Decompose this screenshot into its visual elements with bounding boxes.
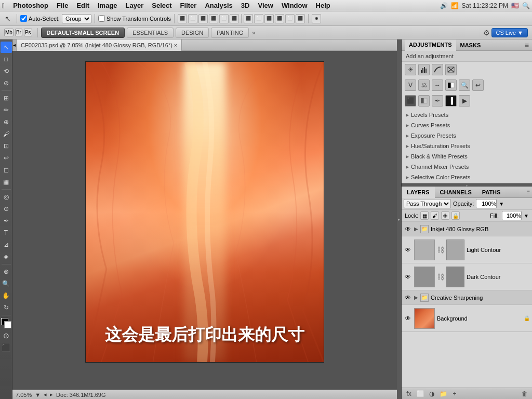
adjustments-close-btn[interactable]: ≡ xyxy=(525,41,529,49)
layer-group-collapse-sharpening[interactable]: ▶ xyxy=(414,295,418,300)
posterize-icon[interactable]: ✒ xyxy=(432,95,443,107)
blur-btn[interactable]: ◎ xyxy=(1,191,12,203)
screen-mode-btn[interactable]: ⬛ xyxy=(1,342,12,353)
distribute-bottom-btn[interactable]: ⬛ xyxy=(296,14,305,23)
fill-dropdown-icon[interactable]: ▼ xyxy=(524,213,529,219)
layers-tab-btn[interactable]: LAYERS xyxy=(402,187,435,198)
distribute-left-btn[interactable]: ⬛ xyxy=(244,14,253,23)
brightness-contrast-icon[interactable]: ☀ xyxy=(405,64,416,75)
document-tab[interactable]: CF002035.psd @ 7.05% (Inkjet 480 Glossy … xyxy=(17,39,182,51)
exposure-presets-item[interactable]: ▶ Exposure Presets xyxy=(402,130,532,141)
lock-transparent-btn[interactable]: ▦ xyxy=(420,211,429,220)
selectivecolor-presets-item[interactable]: ▶ Selective Color Presets xyxy=(402,172,532,182)
mini-icon-app[interactable]: Ps xyxy=(24,29,32,36)
preset-essentials-btn[interactable]: ESSENTIALS xyxy=(127,28,174,38)
layer-item-light-contour[interactable]: 👁 ⛓ Light Contour xyxy=(402,236,532,263)
foreground-color-swatch[interactable] xyxy=(1,318,11,328)
layers-panel-menu-btn[interactable]: ≡ xyxy=(525,187,532,197)
layer-item-dark-contour[interactable]: 👁 ⛓ Dark Contour xyxy=(402,263,532,290)
exposure-icon[interactable] xyxy=(445,64,457,75)
bw-presets-item[interactable]: ▶ Black & White Presets xyxy=(402,151,532,162)
apple-logo-icon[interactable]:  xyxy=(2,2,5,10)
layer-delete-btn[interactable]: 🗑 xyxy=(520,389,530,398)
clone-btn[interactable]: ⊡ xyxy=(1,140,12,152)
menu-photoshop[interactable]: Photoshop xyxy=(9,0,52,11)
menu-select[interactable]: Select xyxy=(148,0,176,11)
color-balance-icon[interactable]: ↔ xyxy=(432,79,443,91)
channelmixer-presets-item[interactable]: ▶ Channel Mixer Presets xyxy=(402,162,532,172)
menu-filter[interactable]: Filter xyxy=(176,0,201,11)
align-bottom-btn[interactable]: ⬛ xyxy=(230,14,239,23)
preset-more-btn[interactable]: » xyxy=(251,29,256,37)
preset-default-btn[interactable]: DEFAULT-SMALL SCREEN xyxy=(41,28,125,38)
align-center-v-btn[interactable]: ⬜ xyxy=(219,14,229,23)
layer-new-btn[interactable]: + xyxy=(449,389,460,398)
curves-icon[interactable] xyxy=(432,64,443,75)
menu-help[interactable]: Help xyxy=(312,0,335,11)
menu-edit[interactable]: Edit xyxy=(72,0,94,11)
quick-mask-btn[interactable]: ⊙ xyxy=(1,330,12,341)
hue-sat-icon[interactable]: ⚖ xyxy=(418,79,430,91)
layer-eye-inkjet[interactable]: 👁 xyxy=(404,225,412,233)
opacity-dropdown-icon[interactable]: ▼ xyxy=(499,201,504,207)
distribute-ch-btn[interactable]: ⬜ xyxy=(254,14,263,23)
photo-filter-icon[interactable]: 🔍 xyxy=(459,79,470,91)
layer-group-inkjet[interactable]: 👁 ▶ 📁 Inkjet 480 Glossy RGB xyxy=(402,222,532,236)
menu-layer[interactable]: Layer xyxy=(122,0,148,11)
eraser-btn[interactable]: ◻ xyxy=(1,164,12,176)
bw-icon[interactable] xyxy=(445,79,457,91)
threshold-icon[interactable]: ▐ xyxy=(445,95,457,107)
layer-eye-sharpening[interactable]: 👁 xyxy=(404,294,412,302)
paths-tab-btn[interactable]: PATHS xyxy=(477,187,506,198)
huesat-presets-item[interactable]: ▶ Hue/Saturation Presets xyxy=(402,141,532,151)
curves-presets-item[interactable]: ▶ Curves Presets xyxy=(402,120,532,130)
tab-scroll-left[interactable]: ◂ xyxy=(12,39,17,51)
brush-btn[interactable]: 🖌 xyxy=(1,128,12,140)
hand-btn[interactable]: ✋ xyxy=(1,290,12,301)
layer-eye-dark-contour[interactable]: 👁 xyxy=(404,273,412,281)
quick-select-btn[interactable]: ⊘ xyxy=(1,77,12,89)
dodge-btn[interactable]: ⊙ xyxy=(1,203,12,215)
preset-design-btn[interactable]: DESIGN xyxy=(176,28,209,38)
zoom-btn[interactable]: 🔍 xyxy=(1,278,12,289)
right-panel-collapse[interactable]: ▸ xyxy=(397,39,401,399)
show-transform-checkbox[interactable] xyxy=(98,15,105,22)
pen-btn[interactable]: ✒ xyxy=(1,215,12,227)
channel-mixer-icon[interactable]: ↩ xyxy=(472,79,484,91)
mini-icon-mb[interactable]: Mb xyxy=(4,29,14,36)
lock-position-btn[interactable]: ✙ xyxy=(441,211,449,220)
layer-group-collapse-inkjet[interactable]: ▶ xyxy=(414,226,418,232)
align-center-h-btn[interactable]: ⬜ xyxy=(188,14,197,23)
marquee-tool-btn[interactable]: □ xyxy=(1,54,12,65)
distribute-cv-btn[interactable]: ⬜ xyxy=(285,14,295,23)
masks-tab[interactable]: MASKS xyxy=(456,39,485,51)
healing-btn[interactable]: ⊕ xyxy=(1,116,12,128)
layer-fx-btn[interactable]: fx xyxy=(404,389,414,398)
lasso-tool-btn[interactable]: ⟲ xyxy=(1,65,12,77)
auto-select-checkbox[interactable] xyxy=(20,15,27,22)
menu-file[interactable]: File xyxy=(52,0,72,11)
menu-3d[interactable]: 3D xyxy=(237,0,254,11)
move-tool-btn[interactable]: ↖ xyxy=(1,42,12,53)
gradient-btn[interactable]: ▦ xyxy=(1,176,12,188)
path-select-btn[interactable]: ⊿ xyxy=(1,239,12,250)
layer-group-btn[interactable]: 📁 xyxy=(438,389,448,398)
gradient-map-icon[interactable]: ▶ xyxy=(459,95,470,107)
zoom-dropdown-btn[interactable]: ▼ xyxy=(35,392,41,398)
fill-input[interactable] xyxy=(502,211,522,220)
levels-presets-item[interactable]: ▶ Levels Presets xyxy=(402,110,532,120)
nav-prev-btn[interactable]: ◂ xyxy=(44,391,47,398)
align-top-btn[interactable]: ⬛ xyxy=(209,14,218,23)
menu-image[interactable]: Image xyxy=(94,0,122,11)
nav-next-btn[interactable]: ▸ xyxy=(50,391,53,398)
layer-adjustment-btn[interactable]: ◑ xyxy=(427,389,437,398)
mini-icon-br[interactable]: Br xyxy=(15,29,22,36)
distribute-right-btn[interactable]: ⬛ xyxy=(264,14,274,23)
distribute-top-btn[interactable]: ⬛ xyxy=(275,14,284,23)
invert-icon[interactable] xyxy=(418,95,430,107)
lock-all-btn[interactable]: 🔒 xyxy=(451,211,460,220)
align-right-btn[interactable]: ⬛ xyxy=(198,14,208,23)
menu-window[interactable]: Window xyxy=(277,0,312,11)
adjustments-tab[interactable]: ADJUSTMENTS xyxy=(405,39,456,51)
preset-painting-btn[interactable]: PAINTING xyxy=(211,28,249,38)
